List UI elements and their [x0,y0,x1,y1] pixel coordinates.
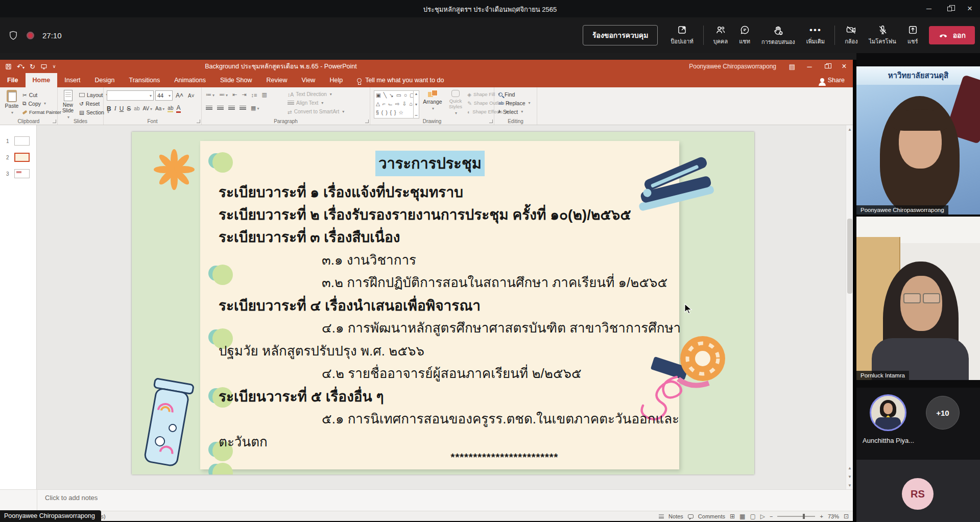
notes-toggle-label[interactable]: Notes [668,513,683,519]
text-direction-button[interactable]: ↕AText Direction▾ [288,90,344,99]
normal-view-icon[interactable]: ⊞ [730,513,735,520]
zoom-out-icon[interactable]: − [770,513,773,519]
zoom-level[interactable]: 73% [828,513,839,519]
notes-toggle-icon[interactable] [659,514,664,518]
ribbon-share-button[interactable]: Share [812,73,853,87]
slide-thumbnail-2-selected[interactable] [14,153,30,162]
copy-button[interactable]: ⧉Copy▾ [22,99,61,108]
participant-video-1[interactable]: หาวิทยาลัยสวนดุสิ Poonyawee Chiropasworr… [856,66,980,215]
scroll-up-icon[interactable]: ▲ [846,125,853,133]
agenda-line[interactable]: ระเบียบวาระที่ ๓ เรื่องสืบเนื่อง [219,226,400,247]
align-left-icon[interactable] [206,106,212,111]
more-button[interactable]: ••• เพิ่มเติม [801,25,830,46]
reactions-button[interactable]: การตอบสนอง [756,25,801,46]
previous-slide-icon[interactable]: ▲ [846,464,853,472]
numbering-icon[interactable]: ≕▾ [219,91,228,98]
slide-thumbnail-3[interactable] [14,169,30,178]
bold-icon[interactable]: B [107,105,111,112]
strikethrough-icon[interactable]: S [127,105,131,112]
line-spacing-icon[interactable]: ↕≡ [251,92,257,98]
columns-icon[interactable]: ▥ [261,91,267,98]
paragraph-dialog-launcher[interactable] [365,120,369,123]
overflow-participants-badge[interactable]: +10 [926,396,960,430]
paste-button[interactable]: Paste▾ [1,90,22,115]
add-remove-columns-icon[interactable]: ▦▾ [251,105,259,111]
tab-review[interactable]: Review [259,73,295,87]
replace-button[interactable]: abReplace▾ [498,99,531,107]
agenda-subline[interactable]: ๓.๒ การฝึกปฏิบัติการสอนในสถานศึกษา ภาคเร… [322,272,667,293]
italic-icon[interactable]: I [114,105,116,112]
microphone-button[interactable]: ไมโครโฟน [864,25,902,46]
agenda-subline[interactable]: ๕.๑ การนิเทศการสอนของครูรร.ตชด.ในเขตภาคต… [322,408,679,430]
font-dialog-launcher[interactable] [197,120,200,123]
cut-button[interactable]: ✂Cut [22,90,61,99]
tab-animations[interactable]: Animations [167,73,213,87]
change-case-icon[interactable]: Aa▾ [155,106,164,111]
agenda-continuation[interactable]: ตะวันตก [219,431,268,453]
font-name-combobox[interactable]: ▾ [107,90,154,101]
scroll-down-icon[interactable]: ▼ [846,481,853,489]
ribbon-display-options-icon[interactable]: ▤ [783,60,801,73]
tab-design[interactable]: Design [88,73,122,87]
camera-button[interactable]: กล้อง [839,25,863,46]
tell-me-box[interactable]: Tell me what you want to do [350,73,451,87]
stars-separator[interactable]: ************************ [346,452,663,473]
next-slide-icon[interactable]: ▼ [846,472,853,481]
shape-gallery-scrollbar[interactable]: ▲▼═ [413,91,419,118]
shape-gallery[interactable]: ▣ ╲ ↘ ▭ ○ ▢ △ ⌐ ⌙ ⇨ ⇩ ⌂ § ( ) { } ☆ ▲▼═ [374,90,419,118]
tab-help[interactable]: Help [322,73,350,87]
slide-title[interactable]: วาระการประชุม [375,151,485,176]
avatar[interactable] [870,394,906,431]
quick-styles-button[interactable]: Quick Styles▾ [445,90,466,116]
fit-to-window-icon[interactable]: ⊡ [844,513,849,520]
scrollbar-thumb[interactable] [847,219,852,294]
zoom-slider-thumb[interactable] [803,514,805,519]
request-control-button[interactable]: ร้องขอการควบคุม [583,25,658,45]
notes-pane[interactable]: Click to add notes [0,489,853,511]
agenda-subline[interactable]: ๓.๑ งานวิชาการ [322,249,416,271]
agenda-line[interactable]: ระเบียบวาระที่ ๑ เรื่องแจ้งที่ประชุมทราบ [219,181,463,202]
bullets-icon[interactable]: ≔▾ [206,91,214,98]
agenda-subline[interactable]: ๔.๒ รายชื่ออาจารย์ผู้สอนภาคเรียนที่ ๒/๒๕… [322,363,582,384]
align-text-button[interactable]: Align Text▾ [288,99,344,107]
minimize-window-icon[interactable]: ─ [919,0,939,17]
clipboard-dialog-launcher[interactable] [53,120,56,123]
tab-view[interactable]: View [295,73,323,87]
chat-button[interactable]: แชท [733,25,756,46]
zoom-in-icon[interactable]: + [820,513,823,519]
grow-font-icon[interactable]: A˄ [174,92,185,99]
font-size-combobox[interactable]: 44▾ [155,90,173,101]
restore-window-icon[interactable] [939,0,960,17]
comments-icon[interactable] [688,514,694,518]
people-button[interactable]: บุคคล [708,25,733,46]
select-button[interactable]: Select▾ [498,107,531,116]
agenda-subline[interactable]: ๔.๑ การพัฒนาหลักสูตรศึกษาศาสตรบันฑิต สาข… [322,317,681,339]
comments-label[interactable]: Comments [698,513,725,519]
arrange-button[interactable]: Arrange▾ [421,90,444,111]
align-center-icon[interactable] [217,106,224,111]
find-button[interactable]: Find [498,90,531,99]
shadow-icon[interactable]: ab [134,106,139,111]
initials-avatar[interactable]: RS [902,478,934,510]
format-painter-button[interactable]: Format Painter [22,108,61,116]
tab-slideshow[interactable]: Slide Show [213,73,259,87]
participant-video-2[interactable]: Pornluck Intamra [856,217,980,380]
tab-transitions[interactable]: Transitions [122,73,167,87]
agenda-line[interactable]: ระเบียนวาระที่ ๕ เรื่องอื่น ๆ [219,385,384,407]
highlight-color-icon[interactable]: ab [168,105,173,112]
char-spacing-icon[interactable]: AV▾ [142,106,152,111]
agenda-line[interactable]: ระเบียบวาระที่ ๔ เรื่องนำเสนอเพื่อพิจารณ… [219,294,481,316]
align-right-icon[interactable] [228,106,235,111]
slide-canvas[interactable]: วาระการประชุม ระเบียบวาระที่ ๑ เรื่องแจ้… [132,132,754,474]
slide-thumbnail-1[interactable] [14,136,30,146]
agenda-continuation[interactable]: ปฐมวัย หลักสูตรปรับปรุง พ.ศ. ๒๕๖๖ [219,340,424,362]
slideshow-view-icon[interactable]: ▷ [760,513,765,520]
decrease-indent-icon[interactable]: ⇤ [232,91,237,98]
close-window-icon[interactable]: × [960,0,980,17]
agenda-line[interactable]: ระเบียบวาระที่ ๒ เรื่องรับรองรายงานการปร… [219,203,631,225]
justify-icon[interactable] [240,106,246,111]
tab-insert[interactable]: Insert [57,73,87,87]
slide-editing-area[interactable]: วาระการประชุม ระเบียบวาระที่ ๑ เรื่องแจ้… [37,125,853,489]
drawing-dialog-launcher[interactable] [489,120,493,123]
ppt-minimize-icon[interactable]: ─ [801,60,818,73]
